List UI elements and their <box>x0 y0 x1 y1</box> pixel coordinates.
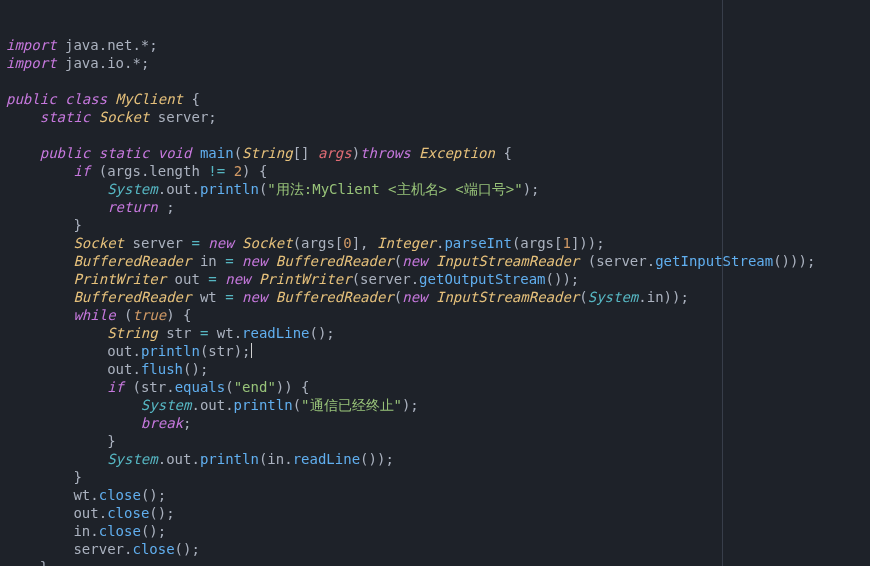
code-line: System.out.println("用法:MyClient <主机名> <端… <box>6 181 540 197</box>
text-cursor <box>251 343 252 358</box>
code-line: System.out.println("通信已经终止"); <box>6 397 419 413</box>
code-line: wt.close(); <box>6 487 166 503</box>
code-line: import java.io.*; <box>6 55 149 71</box>
code-line <box>6 127 14 143</box>
code-line: } <box>6 559 48 566</box>
code-line: out.flush(); <box>6 361 208 377</box>
code-line: if (args.length != 2) { <box>6 163 267 179</box>
code-editor: import java.net.*; import java.io.*; pub… <box>0 0 870 566</box>
code-line: in.close(); <box>6 523 166 539</box>
keyword-import: import <box>6 37 57 53</box>
code-line: public static void main(String[] args)th… <box>6 145 512 161</box>
code-line: public class MyClient { <box>6 91 200 107</box>
code-line: break; <box>6 415 191 431</box>
code-line: Socket server = new Socket(args[0], Inte… <box>6 235 605 251</box>
code-line: PrintWriter out = new PrintWriter(server… <box>6 271 579 287</box>
code-line <box>6 73 14 89</box>
code-line: if (str.equals("end")) { <box>6 379 310 395</box>
code-line: } <box>6 469 82 485</box>
code-line: out.close(); <box>6 505 175 521</box>
code-area: import java.net.*; import java.io.*; pub… <box>0 0 823 566</box>
code-line: static Socket server; <box>6 109 217 125</box>
code-line: BufferedReader wt = new BufferedReader(n… <box>6 289 689 305</box>
code-line: while (true) { <box>6 307 191 323</box>
code-line: } <box>6 217 82 233</box>
code-line: import java.net.*; <box>6 37 158 53</box>
code-line: return ; <box>6 199 175 215</box>
code-line: } <box>6 433 116 449</box>
code-line: String str = wt.readLine(); <box>6 325 335 341</box>
code-line: BufferedReader in = new BufferedReader(n… <box>6 253 815 269</box>
ruler <box>722 0 723 566</box>
class-name: MyClient <box>116 91 183 107</box>
code-line: System.out.println(in.readLine()); <box>6 451 394 467</box>
code-line: server.close(); <box>6 541 200 557</box>
code-line: out.println(str); <box>6 343 252 359</box>
